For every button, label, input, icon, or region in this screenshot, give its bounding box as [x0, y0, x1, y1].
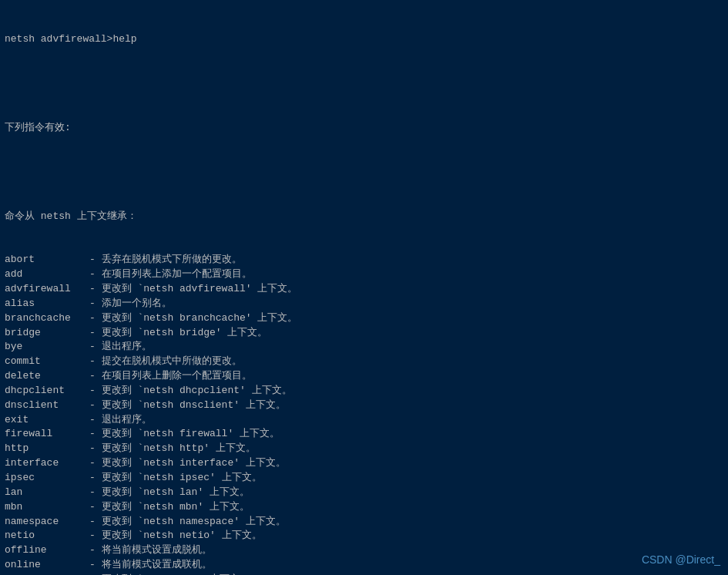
desc-cell: - 更改到 `netsh ipsec' 上下文。 [89, 471, 297, 486]
cmd-cell: interface [5, 456, 89, 471]
table-row: lan- 更改到 `netsh lan' 上下文。 [5, 486, 297, 500]
cmd-cell: bridge [5, 326, 89, 341]
netsh-commands-table: abort- 丢弃在脱机模式下所做的更改。add- 在项目列表上添加一个配置项目… [5, 253, 297, 575]
table-row: delete- 在项目列表上删除一个配置项目。 [5, 369, 297, 384]
desc-cell: - 将当前模式设置成联机。 [89, 558, 297, 573]
cmd-cell: lan [5, 486, 89, 500]
table-row: dnsclient- 更改到 `netsh dnsclient' 上下文。 [5, 398, 297, 413]
cmd-cell: add [5, 267, 89, 282]
prompt-line: netsh advfirewall>help [5, 32, 723, 47]
desc-cell: - 丢弃在脱机模式下所做的更改。 [89, 253, 297, 267]
table-row: offline- 将当前模式设置成脱机。 [5, 543, 297, 558]
header2: 命令从 netsh 上下文继承： [5, 210, 723, 224]
cmd-cell: ipsec [5, 471, 89, 486]
desc-cell: - 更改到 `netsh mbn' 上下文。 [89, 500, 297, 515]
desc-cell: - 更改到 `netsh firewall' 上下文。 [89, 427, 297, 442]
table-row: interface- 更改到 `netsh interface' 上下文。 [5, 456, 297, 471]
table-row: alias- 添加一个别名。 [5, 297, 297, 311]
desc-cell: - 更改到 `netsh http' 上下文。 [89, 442, 297, 456]
table-row: ipsec- 更改到 `netsh ipsec' 上下文。 [5, 471, 297, 486]
cmd-cell: branchcache [5, 311, 89, 326]
cmd-cell: alias [5, 297, 89, 311]
table-row: http- 更改到 `netsh http' 上下文。 [5, 442, 297, 456]
table-row: abort- 丢弃在脱机模式下所做的更改。 [5, 253, 297, 267]
blank-line2 [5, 164, 723, 179]
desc-cell: - 添加一个别名。 [89, 297, 297, 311]
desc-cell: - 在项目列表上添加一个配置项目。 [89, 267, 297, 282]
table-row: namespace- 更改到 `netsh namespace' 上下文。 [5, 515, 297, 530]
table-row: netio- 更改到 `netsh netio' 上下文。 [5, 529, 297, 543]
blank-line [5, 76, 723, 90]
desc-cell: - 更改到 `netsh interface' 上下文。 [89, 456, 297, 471]
table-row: dhcpclient- 更改到 `netsh dhcpclient' 上下文。 [5, 384, 297, 398]
terminal-output: netsh advfirewall>help 下列指令有效: 命令从 netsh… [5, 3, 723, 575]
cmd-cell: firewall [5, 427, 89, 442]
table-row: add- 在项目列表上添加一个配置项目。 [5, 267, 297, 282]
table-row: commit- 提交在脱机模式中所做的更改。 [5, 355, 297, 369]
table-row: exit- 退出程序。 [5, 413, 297, 428]
desc-cell: - 更改到 `netsh branchcache' 上下文。 [89, 311, 297, 326]
watermark: CSDN @Direct_ [642, 553, 720, 566]
header1: 下列指令有效: [5, 121, 723, 136]
cmd-cell: exit [5, 413, 89, 428]
cmd-cell: dhcpclient [5, 384, 89, 398]
cmd-cell: dnsclient [5, 398, 89, 413]
desc-cell: - 更改到 `netsh advfirewall' 上下文。 [89, 282, 297, 297]
table-row: firewall- 更改到 `netsh firewall' 上下文。 [5, 427, 297, 442]
cmd-cell: abort [5, 253, 89, 267]
cmd-cell: http [5, 442, 89, 456]
desc-cell: - 退出程序。 [89, 340, 297, 355]
cmd-cell: delete [5, 369, 89, 384]
table-row: online- 将当前模式设置成联机。 [5, 558, 297, 573]
cmd-cell: offline [5, 543, 89, 558]
table-row: mbn- 更改到 `netsh mbn' 上下文。 [5, 500, 297, 515]
desc-cell: - 更改到 `netsh dnsclient' 上下文。 [89, 398, 297, 413]
cmd-cell: mbn [5, 500, 89, 515]
desc-cell: - 将当前模式设置成脱机。 [89, 543, 297, 558]
table-row: branchcache- 更改到 `netsh branchcache' 上下文… [5, 311, 297, 326]
cmd-cell: bye [5, 340, 89, 355]
desc-cell: - 在项目列表上删除一个配置项目。 [89, 369, 297, 384]
cmd-cell: commit [5, 355, 89, 369]
desc-cell: - 更改到 `netsh namespace' 上下文。 [89, 515, 297, 530]
desc-cell: - 退出程序。 [89, 413, 297, 428]
desc-cell: - 更改到 `netsh bridge' 上下文。 [89, 326, 297, 341]
cmd-cell: advfirewall [5, 282, 89, 297]
desc-cell: - 更改到 `netsh dhcpclient' 上下文。 [89, 384, 297, 398]
table-row: bye- 退出程序。 [5, 340, 297, 355]
cmd-cell: namespace [5, 515, 89, 530]
desc-cell: - 更改到 `netsh netio' 上下文。 [89, 529, 297, 543]
desc-cell: - 提交在脱机模式中所做的更改。 [89, 355, 297, 369]
desc-cell: - 更改到 `netsh lan' 上下文。 [89, 486, 297, 500]
table-row: bridge- 更改到 `netsh bridge' 上下文。 [5, 326, 297, 341]
table-row: advfirewall- 更改到 `netsh advfirewall' 上下文… [5, 282, 297, 297]
cmd-cell: netio [5, 529, 89, 543]
cmd-cell: online [5, 558, 89, 573]
